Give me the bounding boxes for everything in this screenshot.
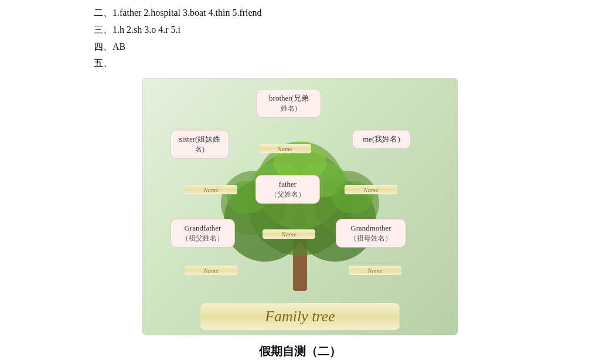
family-tree-box: brother(兄弟 姓名) sister(姐妹姓 名) me(我姓名) fat… — [142, 78, 458, 335]
alphabet-line: 一、Aa Bb Cc Dd Ee Ff Gg Hh Ii Jj Kk Ll Mm… — [94, 362, 506, 364]
card-brother: brother(兄弟 姓名) — [257, 89, 321, 118]
ribbon-2: Name — [185, 185, 237, 194]
line-4: 四、AB — [94, 39, 506, 56]
family-tree-banner: Family tree — [200, 303, 400, 330]
ribbon-6: Name — [349, 266, 401, 275]
ribbon-1: Name — [258, 144, 311, 153]
ribbon-5: Name — [185, 266, 237, 275]
tree-svg — [206, 127, 394, 303]
line-5: 五、 — [94, 55, 506, 72]
ribbon-4: Name — [262, 229, 315, 239]
line-2: 二、1.father 2.hospital 3.boat 4.thin 5.fr… — [94, 5, 506, 22]
section-title: 假期自测（二） — [94, 344, 506, 359]
card-me: me(我姓名) — [352, 130, 411, 149]
family-tree-container: brother(兄弟 姓名) sister(姐妹姓 名) me(我姓名) fat… — [136, 78, 464, 335]
card-grandfather: Grandfather （祖父姓名） — [171, 219, 235, 248]
card-grandmother: Grandmother （祖母姓名） — [336, 219, 406, 248]
line-3: 三、1.h 2.sh 3.o 4.r 5.i — [94, 22, 506, 39]
card-father: father （父姓名） — [255, 175, 320, 204]
card-sister: sister(姐妹姓 名) — [171, 130, 229, 159]
page-content: 二、1.father 2.hospital 3.boat 4.thin 5.fr… — [0, 0, 600, 364]
ribbon-3: Name — [345, 185, 397, 194]
